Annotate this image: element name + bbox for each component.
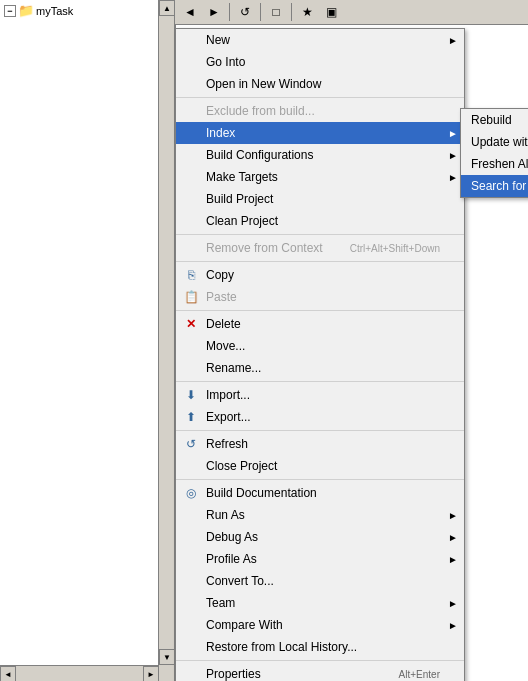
comparewith-submenu-arrow: ► [448, 620, 458, 631]
menu-profileas[interactable]: Profile As ► [176, 548, 464, 570]
toolbar-sep-1 [229, 3, 230, 21]
menu-export-label: Export... [206, 410, 251, 424]
menu-import[interactable]: ⬇ Import... [176, 384, 464, 406]
menu-openwindow-label: Open in New Window [206, 77, 321, 91]
sep-6 [176, 430, 464, 431]
menu-index[interactable]: Index ► [176, 122, 464, 144]
menu-paste-label: Paste [206, 290, 237, 304]
menu-index-label: Index [206, 126, 235, 140]
sep-1 [176, 97, 464, 98]
menu-move[interactable]: Move... [176, 335, 464, 357]
tree-root[interactable]: − 📁 myTask [2, 2, 172, 19]
sep-8 [176, 660, 464, 661]
export-icon: ⬆ [182, 408, 200, 426]
menu-export[interactable]: ⬆ Export... [176, 406, 464, 428]
menu-buildproject[interactable]: Build Project [176, 188, 464, 210]
menu-convertto[interactable]: Convert To... [176, 570, 464, 592]
new-submenu-arrow: ► [448, 35, 458, 46]
index-submenu: Rebuild Update with Modified Files Fresh… [460, 108, 528, 198]
menu-import-label: Import... [206, 388, 250, 402]
menu-restorefrom-label: Restore from Local History... [206, 640, 357, 654]
index-submenu-arrow: ► [448, 128, 458, 139]
menu-builddoc-label: Build Documentation [206, 486, 317, 500]
menu-properties-shortcut: Alt+Enter [399, 669, 444, 680]
menu-buildconfigs-label: Build Configurations [206, 148, 313, 162]
toolbar-view[interactable]: ▣ [320, 2, 342, 22]
team-submenu-arrow: ► [448, 598, 458, 609]
toolbar-favorite[interactable]: ★ [296, 2, 318, 22]
menu-closeproject[interactable]: Close Project [176, 455, 464, 477]
submenu-rebuild-label: Rebuild [471, 113, 512, 127]
menu-excludebuild: Exclude from build... [176, 100, 464, 122]
builddoc-icon: ◎ [182, 484, 200, 502]
menu-copy[interactable]: ⎘ Copy [176, 264, 464, 286]
menu-builddoc[interactable]: ◎ Build Documentation [176, 482, 464, 504]
menu-restorefrom[interactable]: Restore from Local History... [176, 636, 464, 658]
menu-properties[interactable]: Properties Alt+Enter [176, 663, 464, 681]
menu-removectx-shortcut: Ctrl+Alt+Shift+Down [350, 243, 444, 254]
submenu-updatemod[interactable]: Update with Modified Files [461, 131, 528, 153]
refresh-icon: ↺ [182, 435, 200, 453]
tree-project-name: myTask [36, 5, 73, 17]
sep-2 [176, 234, 464, 235]
toolbar: ◄ ► ↺ □ ★ ▣ [175, 0, 528, 25]
submenu-freshenall-label: Freshen All Files [471, 157, 528, 171]
menu-debugas[interactable]: Debug As ► [176, 526, 464, 548]
menu-convertto-label: Convert To... [206, 574, 274, 588]
submenu-freshenall[interactable]: Freshen All Files [461, 153, 528, 175]
scroll-left-arrow[interactable]: ◄ [0, 666, 16, 681]
menu-delete[interactable]: ✕ Delete [176, 313, 464, 335]
submenu-rebuild[interactable]: Rebuild [461, 109, 528, 131]
menu-refresh-label: Refresh [206, 437, 248, 451]
menu-runas[interactable]: Run As ► [176, 504, 464, 526]
toolbar-sep-3 [291, 3, 292, 21]
menu-runas-label: Run As [206, 508, 245, 522]
profileas-submenu-arrow: ► [448, 554, 458, 565]
menu-maketargets-label: Make Targets [206, 170, 278, 184]
menu-removectx-label: Remove from Context [206, 241, 323, 255]
debugas-submenu-arrow: ► [448, 532, 458, 543]
toolbar-back[interactable]: ◄ [179, 2, 201, 22]
menu-rename-label: Rename... [206, 361, 261, 375]
menu-rename[interactable]: Rename... [176, 357, 464, 379]
submenu-searchunresolved[interactable]: Search for Unresolved Includes [461, 175, 528, 197]
copy-icon: ⎘ [182, 266, 200, 284]
menu-cleanproject[interactable]: Clean Project [176, 210, 464, 232]
menu-paste: 📋 Paste [176, 286, 464, 308]
menu-new[interactable]: New ► [176, 29, 464, 51]
menu-delete-label: Delete [206, 317, 241, 331]
toolbar-sep-2 [260, 3, 261, 21]
menu-team[interactable]: Team ► [176, 592, 464, 614]
menu-openwindow[interactable]: Open in New Window [176, 73, 464, 95]
collapse-icon[interactable]: − [4, 5, 16, 17]
sep-4 [176, 310, 464, 311]
toolbar-forward[interactable]: ► [203, 2, 225, 22]
sep-3 [176, 261, 464, 262]
folder-icon: 📁 [18, 3, 34, 18]
left-panel: − 📁 myTask ▲ ▼ ◄ ► [0, 0, 175, 681]
import-icon: ⬇ [182, 386, 200, 404]
paste-icon: 📋 [182, 288, 200, 306]
menu-comparewith[interactable]: Compare With ► [176, 614, 464, 636]
toolbar-refresh[interactable]: ↺ [234, 2, 256, 22]
buildconfigs-submenu-arrow: ► [448, 150, 458, 161]
menu-removectx: Remove from Context Ctrl+Alt+Shift+Down [176, 237, 464, 259]
scroll-down-arrow[interactable]: ▼ [159, 649, 175, 665]
menu-gointo-label: Go Into [206, 55, 245, 69]
toolbar-stop[interactable]: □ [265, 2, 287, 22]
menu-profileas-label: Profile As [206, 552, 257, 566]
menu-properties-label: Properties [206, 667, 261, 681]
submenu-updatemod-label: Update with Modified Files [471, 135, 528, 149]
menu-comparewith-label: Compare With [206, 618, 283, 632]
menu-refresh[interactable]: ↺ Refresh [176, 433, 464, 455]
scroll-right-arrow[interactable]: ► [143, 666, 159, 681]
menu-gointo[interactable]: Go Into [176, 51, 464, 73]
sep-7 [176, 479, 464, 480]
menu-closeproject-label: Close Project [206, 459, 277, 473]
submenu-searchunresolved-label: Search for Unresolved Includes [471, 179, 528, 193]
menu-excludebuild-label: Exclude from build... [206, 104, 315, 118]
menu-maketargets[interactable]: Make Targets ► [176, 166, 464, 188]
scroll-up-arrow[interactable]: ▲ [159, 0, 175, 16]
sep-5 [176, 381, 464, 382]
menu-buildconfigs[interactable]: Build Configurations ► [176, 144, 464, 166]
